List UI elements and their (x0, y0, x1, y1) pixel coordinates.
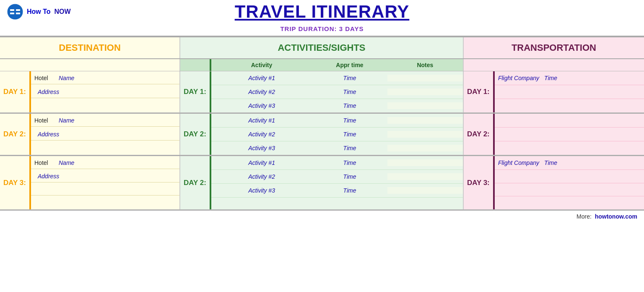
day-3-trans-4 (495, 196, 644, 209)
day-1-hotel-row: Hotel Name (31, 72, 179, 84)
day-2-row: DAY 2: Hotel Name Address DAY 2: Activit (0, 113, 644, 155)
day-2-act-2-time: Time (312, 128, 387, 141)
day-2-act-3-notes (387, 145, 463, 151)
day-1-address-label: Address (38, 89, 59, 95)
day-3-dest: DAY 3: Hotel Name Address (0, 156, 180, 209)
trans-subheader-empty (464, 59, 644, 71)
day-2-act-3-name: Activity #3 (211, 141, 312, 155)
day-1-dest-label: DAY 1: (0, 71, 29, 112)
day-2-extra-row (31, 142, 179, 154)
day-1-trans-1: Flight Company Time (495, 71, 644, 85)
day-3-trans-2 (495, 170, 644, 183)
day-3-trans-1: Flight Company Time (495, 156, 644, 170)
day-1-act-3-notes (387, 102, 463, 109)
day-2-act-2-name: Activity #2 (211, 128, 312, 141)
day-1-trans-3 (495, 99, 644, 112)
day-3-act-1-time: Time (312, 156, 387, 169)
svg-rect-1 (10, 9, 14, 11)
section-activities: ACTIVITIES/SIGHTS (180, 37, 464, 58)
day-3-act-1-notes (387, 159, 463, 166)
main-title: TRAVEL ITINERARY (235, 2, 410, 22)
day-2-trans-1 (495, 114, 644, 128)
svg-rect-2 (10, 13, 14, 14)
act-subheader-row: Activity Appr time Notes (180, 59, 464, 71)
day-1-extra-row (31, 100, 179, 112)
section-headers: DESTINATION ACTIVITIES/SIGHTS TRANSPORTA… (0, 36, 644, 59)
header: How To NOW TRAVEL ITINERARY (0, 0, 644, 23)
day-3-trans-3 (495, 183, 644, 197)
day-2-trans-3 (495, 141, 644, 155)
day-3-trans: DAY 3: Flight Company Time (464, 156, 644, 209)
logo-area: How To NOW (7, 3, 71, 20)
day-2-trans-inner (493, 114, 644, 155)
itinerary-wrapper: DESTINATION ACTIVITIES/SIGHTS TRANSPORTA… (0, 36, 644, 211)
day-2-act-inner: Activity #1 Time Activity #2 Time Activi… (210, 114, 463, 155)
day-1-trans-1-time: Time (544, 75, 557, 81)
day-3-act-label: DAY 2: (180, 156, 210, 209)
footer: More: howtonow.com (0, 211, 644, 222)
day-3-hotel-row: Hotel Name (31, 157, 179, 169)
day-3-dest-label: DAY 3: (0, 156, 29, 209)
day-1-hotel-label: Hotel (34, 75, 55, 81)
day-2-act-2-notes (387, 131, 463, 138)
subheader-activity: Activity (211, 59, 312, 71)
day-2-dest-label: DAY 2: (0, 114, 29, 155)
day-2-act-3: Activity #3 Time (211, 141, 463, 155)
day-2-act-1-notes (387, 117, 463, 124)
day-1-act-3: Activity #3 Time (211, 99, 463, 112)
svg-rect-4 (16, 13, 20, 14)
day-2-hotel-label: Hotel (34, 117, 55, 124)
day-3-act: DAY 2: Activity #1 Time Activity #2 Time… (180, 156, 464, 209)
section-destination: DESTINATION (0, 37, 180, 58)
act-subheader-inner: Activity Appr time Notes (210, 59, 463, 71)
day-2-address-label: Address (38, 131, 59, 138)
day-1-act-2-notes (387, 89, 463, 95)
day-1-dest-inner: Hotel Name Address (29, 71, 179, 112)
subheader-apprtime: Appr time (312, 59, 387, 71)
day-2-act-label: DAY 2: (180, 114, 210, 155)
day-3-address-row: Address (31, 170, 179, 182)
section-transportation: TRANSPORTATION (464, 37, 644, 58)
day-1-trans-inner: Flight Company Time (493, 71, 644, 112)
day-1-act-2: Activity #2 Time (211, 85, 463, 99)
day-3-extra-row (31, 184, 179, 196)
day-1-act-1-time: Time (312, 71, 387, 85)
day-1-trans-label: DAY 1: (464, 71, 493, 112)
day-3-address-label: Address (38, 173, 59, 180)
day-1-row: DAY 1: Hotel Name Address DAY 1: Activit (0, 71, 644, 113)
day-3-act-2: Activity #2 Time (211, 170, 463, 184)
day-1-act-2-name: Activity #2 (211, 85, 312, 99)
day-1-act: DAY 1: Activity #1 Time Activity #2 Time… (180, 71, 464, 112)
svg-rect-3 (16, 9, 20, 11)
day-1-act-3-time: Time (312, 99, 387, 112)
day-1-trans: DAY 1: Flight Company Time (464, 71, 644, 112)
subheader-notes: Notes (387, 59, 463, 71)
day-1-act-1-name: Activity #1 (211, 71, 312, 85)
day-3-trans-inner: Flight Company Time (493, 156, 644, 209)
day-1-act-1: Activity #1 Time (211, 71, 463, 85)
day-3-act-3-time: Time (312, 184, 387, 197)
logo-how: How To (27, 8, 51, 15)
day-1-act-3-name: Activity #3 (211, 99, 312, 112)
svg-point-0 (7, 4, 23, 20)
footer-more-label: More: (576, 213, 592, 220)
day-3-hotel-name: Name (59, 159, 74, 166)
day-1-trans-2 (495, 85, 644, 99)
day-2-act: DAY 2: Activity #1 Time Activity #2 Time… (180, 114, 464, 155)
footer-website-link[interactable]: howtonow.com (595, 213, 637, 220)
day-1-act-label: DAY 1: (180, 71, 210, 112)
day-2-act-1-time: Time (312, 114, 387, 127)
day-2-act-1-name: Activity #1 (211, 114, 312, 127)
day-3-act-2-notes (387, 173, 463, 180)
day-3-trans-label: DAY 3: (464, 156, 493, 209)
day-3-extra-row2 (31, 197, 179, 209)
day-2-dest-inner: Hotel Name Address (29, 114, 179, 155)
day-3-trans-1-company: Flight Company (498, 159, 539, 166)
day-3-row: DAY 3: Hotel Name Address DAY 2: (0, 155, 644, 210)
day-2-trans-label: DAY 2: (464, 114, 493, 155)
day-1-trans-1-company: Flight Company (498, 75, 539, 81)
day-1-address-row: Address (31, 86, 179, 98)
day-3-act-2-time: Time (312, 170, 387, 183)
day-2-hotel-row: Hotel Name (31, 115, 179, 127)
day-2-trans-2 (495, 128, 644, 141)
